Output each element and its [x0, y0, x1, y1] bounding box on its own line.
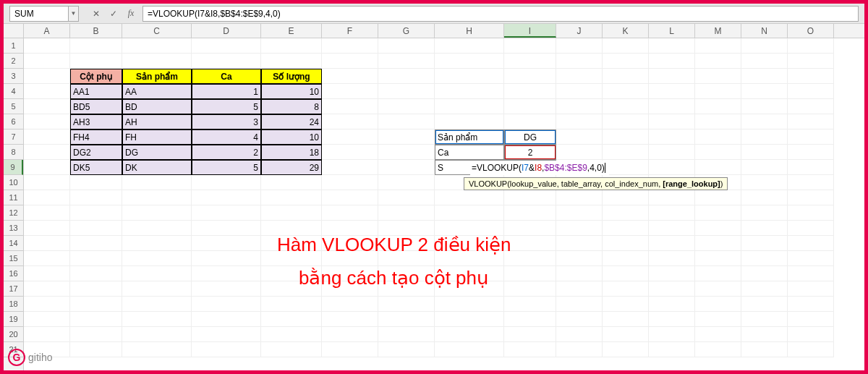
cell-F11[interactable]	[322, 190, 378, 205]
cell-N9[interactable]	[741, 160, 788, 175]
cell-L13[interactable]	[649, 221, 695, 236]
cell-E1[interactable]	[261, 38, 322, 54]
cell-B3[interactable]: Cột phụ	[70, 69, 122, 84]
cell-B13[interactable]	[70, 221, 122, 236]
cell-F4[interactable]	[322, 84, 378, 99]
cell-D17[interactable]	[192, 281, 261, 297]
cell-N1[interactable]	[741, 38, 788, 54]
cell-L4[interactable]	[649, 84, 695, 99]
cell-C12[interactable]	[122, 205, 192, 221]
cell-M15[interactable]	[695, 251, 741, 266]
cell-F20[interactable]	[322, 327, 378, 342]
cell-J7[interactable]	[556, 129, 603, 145]
cell-A17[interactable]	[24, 281, 70, 297]
cell-O10[interactable]	[788, 175, 834, 190]
cell-F12[interactable]	[322, 205, 378, 221]
cell-H8[interactable]: Ca	[435, 145, 504, 160]
cell-I11[interactable]	[504, 190, 556, 205]
cell-F1[interactable]	[322, 38, 378, 54]
cell-N5[interactable]	[741, 99, 788, 114]
cell-K18[interactable]	[603, 297, 649, 312]
cell-H1[interactable]	[435, 38, 504, 54]
row-header-1[interactable]: 1	[4, 38, 23, 54]
cell-F9[interactable]	[322, 160, 378, 175]
cell-I9[interactable]: =VLOOKUP(I7&I8,$B$4:$E$9,4,0)	[504, 160, 556, 175]
cell-C18[interactable]	[122, 297, 192, 312]
cancel-icon[interactable]: ✕	[88, 6, 105, 22]
cell-K2[interactable]	[603, 54, 649, 69]
cell-D19[interactable]	[192, 312, 261, 327]
cell-D5[interactable]: 5	[192, 99, 261, 114]
row-header-8[interactable]: 8	[4, 145, 23, 160]
cell-M9[interactable]	[695, 160, 741, 175]
cell-D15[interactable]	[192, 251, 261, 266]
cell-I14[interactable]	[504, 236, 556, 251]
cell-O3[interactable]	[788, 69, 834, 84]
cell-J4[interactable]	[556, 84, 603, 99]
cell-N21[interactable]	[741, 342, 788, 357]
cell-B9[interactable]: DK5	[70, 160, 122, 175]
cell-C17[interactable]	[122, 281, 192, 297]
cell-F5[interactable]	[322, 99, 378, 114]
cell-G3[interactable]	[378, 69, 435, 84]
cell-N20[interactable]	[741, 327, 788, 342]
cell-K17[interactable]	[603, 281, 649, 297]
cell-C19[interactable]	[122, 312, 192, 327]
cell-J12[interactable]	[556, 205, 603, 221]
cell-I15[interactable]	[504, 251, 556, 266]
row-header-2[interactable]: 2	[4, 54, 23, 69]
cell-A6[interactable]	[24, 114, 70, 129]
cell-L20[interactable]	[649, 327, 695, 342]
cell-O6[interactable]	[788, 114, 834, 129]
row-header-16[interactable]: 16	[4, 266, 23, 281]
fx-icon[interactable]: fx	[122, 6, 140, 22]
cell-H12[interactable]	[435, 205, 504, 221]
cell-B17[interactable]	[70, 281, 122, 297]
row-header-17[interactable]: 17	[4, 281, 23, 297]
cell-K1[interactable]	[603, 38, 649, 54]
cell-L5[interactable]	[649, 99, 695, 114]
col-header-J[interactable]: J	[556, 24, 603, 38]
cell-H11[interactable]	[435, 190, 504, 205]
cell-B15[interactable]	[70, 251, 122, 266]
cell-N8[interactable]	[741, 145, 788, 160]
row-header-19[interactable]: 19	[4, 312, 23, 327]
cell-K15[interactable]	[603, 251, 649, 266]
col-header-D[interactable]: D	[192, 24, 261, 38]
cell-E9[interactable]: 29	[261, 160, 322, 175]
cell-A2[interactable]	[24, 54, 70, 69]
cell-M20[interactable]	[695, 327, 741, 342]
col-header-F[interactable]: F	[322, 24, 378, 38]
cell-K16[interactable]	[603, 266, 649, 281]
cell-N6[interactable]	[741, 114, 788, 129]
cell-N19[interactable]	[741, 312, 788, 327]
cell-G19[interactable]	[378, 312, 435, 327]
cell-H21[interactable]	[435, 342, 504, 357]
cell-G6[interactable]	[378, 114, 435, 129]
col-header-G[interactable]: G	[378, 24, 435, 38]
cell-D1[interactable]	[192, 38, 261, 54]
cell-F8[interactable]	[322, 145, 378, 160]
cell-grid[interactable]: VLOOKUP(lookup_value, table_array, col_i…	[24, 38, 864, 370]
cell-H18[interactable]	[435, 297, 504, 312]
cell-N4[interactable]	[741, 84, 788, 99]
cell-E5[interactable]: 8	[261, 99, 322, 114]
row-header-11[interactable]: 11	[4, 190, 23, 205]
cell-M3[interactable]	[695, 69, 741, 84]
cell-B11[interactable]	[70, 190, 122, 205]
cell-F21[interactable]	[322, 342, 378, 357]
cell-O21[interactable]	[788, 342, 834, 357]
cell-I6[interactable]	[504, 114, 556, 129]
cell-L3[interactable]	[649, 69, 695, 84]
cell-L7[interactable]	[649, 129, 695, 145]
cell-L6[interactable]	[649, 114, 695, 129]
cell-C9[interactable]: DK	[122, 160, 192, 175]
cell-A13[interactable]	[24, 221, 70, 236]
cell-C1[interactable]	[122, 38, 192, 54]
cell-G12[interactable]	[378, 205, 435, 221]
cell-D7[interactable]: 4	[192, 129, 261, 145]
cell-O18[interactable]	[788, 297, 834, 312]
cell-B2[interactable]	[70, 54, 122, 69]
cell-I17[interactable]	[504, 281, 556, 297]
cell-B4[interactable]: AA1	[70, 84, 122, 99]
